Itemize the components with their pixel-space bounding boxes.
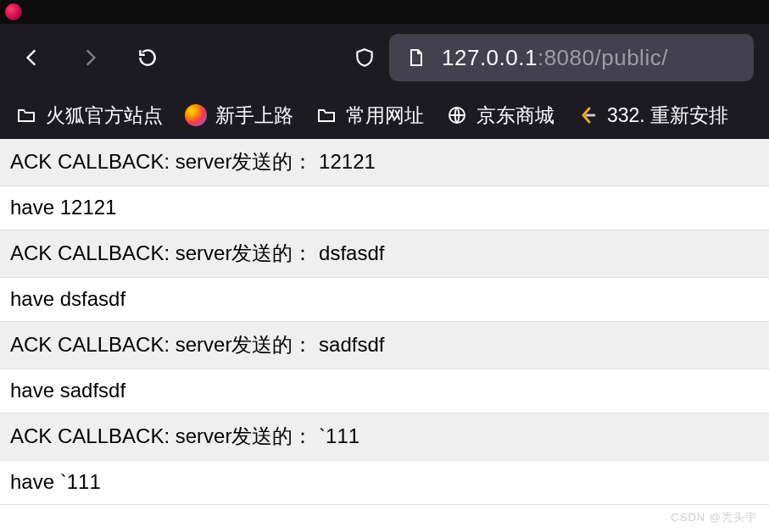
list-item: have dsfasdf (0, 278, 769, 322)
shield-icon (354, 47, 376, 69)
arrow-left-icon (21, 47, 43, 69)
list-item: have `111 (0, 461, 769, 505)
nav-bar: 127.0.0.1:8080/public/ (0, 24, 769, 91)
list-item: ACK CALLBACK: server发送的： dsfasdf (0, 230, 769, 278)
bookmark-item-jd[interactable]: 京东商城 (446, 103, 554, 129)
list-item: ACK CALLBACK: server发送的： `111 (0, 413, 769, 461)
list-item: have 12121 (0, 186, 769, 230)
bookmarks-bar: 火狐官方站点 新手上路 常用网址 京东商城 332. 重新安排 (0, 91, 769, 139)
bookmark-label: 新手上路 (215, 103, 293, 129)
folder-icon (15, 104, 37, 126)
reload-button[interactable] (131, 41, 164, 75)
page-icon (405, 47, 426, 68)
tab-strip (0, 0, 769, 24)
list-item: ACK CALLBACK: server发送的： 12121 (0, 139, 769, 186)
site-identity-button[interactable] (401, 43, 430, 72)
firefox-icon (185, 104, 207, 126)
bookmark-item-getting-started[interactable]: 新手上路 (185, 103, 293, 129)
list-item: have sadfsdf (0, 369, 769, 413)
bookmark-item-firefox-official[interactable]: 火狐官方站点 (15, 103, 163, 129)
reload-icon (137, 47, 159, 69)
url-path: :8080/public/ (538, 45, 668, 70)
arrow-right-icon (79, 47, 101, 69)
url-text: 127.0.0.1:8080/public/ (442, 45, 668, 71)
tracking-protection-button[interactable] (350, 43, 379, 72)
globe-icon (446, 104, 468, 126)
bookmark-label: 火狐官方站点 (46, 103, 163, 129)
bookmark-label: 332. 重新安排 (607, 103, 728, 129)
bookmark-item-leetcode-332[interactable]: 332. 重新安排 (577, 103, 728, 129)
page-content: ACK CALLBACK: server发送的： 12121 have 1212… (0, 139, 769, 505)
bookmark-item-common-sites[interactable]: 常用网址 (315, 103, 424, 129)
list-item: ACK CALLBACK: server发送的： sadfsdf (0, 322, 769, 369)
bookmark-label: 常用网址 (346, 103, 424, 129)
back-button[interactable] (15, 41, 49, 75)
leetcode-icon (577, 104, 599, 126)
forward-button[interactable] (73, 41, 107, 75)
folder-icon (315, 104, 337, 126)
url-bar[interactable]: 127.0.0.1:8080/public/ (389, 34, 754, 81)
bookmark-label: 京东商城 (476, 103, 554, 129)
active-tab-favicon (5, 3, 22, 20)
url-host: 127.0.0.1 (442, 45, 538, 70)
watermark: CSDN @秃头宇 (671, 510, 757, 525)
